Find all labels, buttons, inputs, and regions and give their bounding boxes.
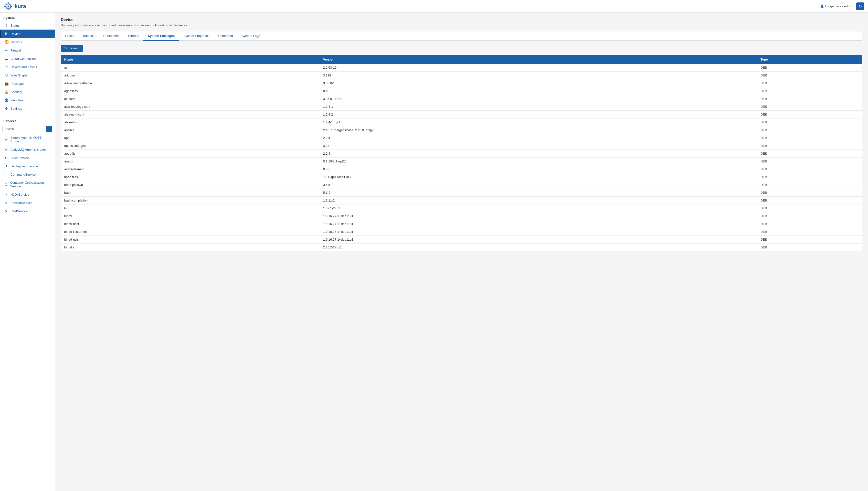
cell-name: adwaita-icon-theme [61, 79, 320, 87]
sidebar-item-security[interactable]: 🔒Security [0, 88, 55, 96]
tab-containers[interactable]: Containers [99, 31, 123, 41]
sidebar-service-container-orchestration[interactable]: ⊙Container Orchestration Service [0, 179, 55, 190]
cell-type: DEB [757, 236, 862, 243]
table-row: adduser3.118DEB [61, 71, 862, 79]
topbar: kura 👤 Logged in as admin ⚙ [0, 0, 868, 13]
clock-service-icon: ⊙ [4, 156, 8, 160]
sidebar-item-label: Wire Graph [10, 74, 27, 77]
tab-profile[interactable]: Profile [61, 31, 79, 41]
tab-system-packages[interactable]: System Packages [143, 31, 179, 41]
cell-type: DEB [757, 118, 862, 126]
cell-type: DEB [757, 150, 862, 157]
sidebar-item-device[interactable]: 🖥Device [0, 30, 55, 38]
cell-type: DEB [757, 220, 862, 228]
sidebar-service-position-service[interactable]: ➤PositionService [0, 199, 55, 207]
sidebar-item-network[interactable]: 📶Network [0, 38, 55, 46]
sidebar-service-simple-artemis-mqtt[interactable]: ≋Simple Artemis MQTT Broker [0, 134, 55, 145]
simple-artemis-mqtt-icon: ≋ [4, 138, 8, 141]
cell-name: alacarte [61, 95, 320, 103]
logo: kura [4, 2, 26, 11]
cell-name: alsa-ucm-conf [61, 111, 320, 118]
logo-text: kura [14, 3, 26, 9]
settings-icon: ⚙ [4, 107, 8, 110]
sidebar-item-label: Firewall [10, 49, 22, 52]
sidebar-item-settings[interactable]: ⚙Settings [0, 104, 55, 113]
sidebar-item-label: Network [10, 40, 22, 44]
cell-type: DEB [757, 71, 862, 79]
service-label: DeploymentService [10, 165, 38, 168]
sidebar-item-cloud-connections[interactable]: ☁Cloud Connections [0, 55, 55, 63]
cell-name: bind9-utils [61, 236, 320, 243]
firewall-icon: ✏ [4, 48, 8, 52]
sidebar-service-clock-service[interactable]: ⊙ClockService [0, 154, 55, 162]
tab-command[interactable]: Command [214, 31, 237, 41]
sidebar-service-deployment-service[interactable]: ⬇DeploymentService [0, 162, 55, 170]
sidebar-item-status[interactable]: !Status [0, 21, 55, 30]
table-row: bc1.07.1-2+b1DEB [61, 204, 862, 212]
topbar-right: 👤 Logged in as admin ⚙ [820, 2, 864, 10]
col-header-version: Version [320, 55, 757, 64]
cell-name: bind9-libs:armhf [61, 228, 320, 236]
sidebar-item-wire-graph[interactable]: ⬡Wire Graph [0, 71, 55, 79]
sidebar: System !Status🖥Device📶Network✏Firewall☁C… [0, 13, 55, 491]
sidebar-item-identities[interactable]: 👤Identities [0, 96, 55, 104]
cell-version: 0.10 [320, 87, 757, 95]
settings-gear-button[interactable]: ⚙ [856, 2, 864, 10]
sidebar-service-rest-service[interactable]: ➤RestService [0, 207, 55, 215]
system-section-title: System [0, 13, 55, 21]
sidebar-services-items: ≋Simple Artemis MQTT Broker≋ActiveMQ Art… [0, 134, 55, 215]
table-header: NameVersionType [61, 55, 862, 64]
security-icon: 🔒 [4, 90, 8, 94]
cell-version: 5.1-2 [320, 189, 757, 197]
table-row: apt2.2.4DEB [61, 134, 862, 142]
cell-name: base-files [61, 173, 320, 181]
cell-version: 3.24 [320, 142, 757, 150]
table-row: alsa-utils1.2.4-1+rpt1DEB [61, 118, 862, 126]
search-input[interactable] [2, 126, 44, 132]
cell-name: binutils [61, 243, 320, 251]
add-service-button[interactable]: + [46, 126, 52, 132]
sidebar-service-command-service[interactable]: >_CommandService [0, 170, 55, 179]
sidebar-service-activemq-artemis[interactable]: ≋ActiveMQ Artemis Broker [0, 145, 55, 154]
service-label: Container Orchestration Service [10, 181, 51, 188]
cell-type: DEB [757, 189, 862, 197]
table-body: acl2.2.53-10DEBadduser3.118DEBadwaita-ic… [61, 64, 862, 251]
page-title: Device [61, 18, 862, 22]
cell-version: 0.8-5 [320, 165, 757, 173]
sidebar-item-label: Settings [10, 107, 22, 110]
deployment-service-icon: ⬇ [4, 164, 8, 168]
cell-name: apt-listchanges [61, 142, 320, 150]
packages-icon: 💼 [4, 82, 8, 86]
cloud-connections-icon: ☁ [4, 57, 8, 61]
cell-name: acl [61, 64, 320, 71]
cell-version: 1.2.4-1 [320, 103, 757, 111]
service-label: CommandService [10, 173, 36, 176]
cell-name: alsa-topology-conf [61, 103, 320, 111]
cell-name: bind9 [61, 212, 320, 220]
cell-type: DEB [757, 157, 862, 165]
cell-version: 3.118 [320, 71, 757, 79]
table-row: bind9-utils1:9.16.27-1~deb11u1DEB [61, 236, 862, 243]
sidebar-item-firewall[interactable]: ✏Firewall [0, 46, 55, 55]
tab-system-logs[interactable]: System Logs [237, 31, 264, 41]
service-label: ClockService [10, 156, 29, 160]
refresh-button[interactable]: ↻ Refresh [61, 45, 83, 52]
table-row: alsa-topology-conf1.2.4-1DEB [61, 103, 862, 111]
cell-name: agnostics [61, 87, 320, 95]
cell-name: ansible [61, 126, 320, 134]
sidebar-item-drivers-assets[interactable]: 🗃Drivers and Assets [0, 63, 55, 71]
cell-name: bash [61, 189, 320, 197]
table-row: acl2.2.53-10DEB [61, 64, 862, 71]
sidebar-service-h2db-service[interactable]: ≡H2DbService [0, 190, 55, 199]
cell-type: DEB [757, 134, 862, 142]
tab-threads[interactable]: Threads [123, 31, 144, 41]
tab-bundles[interactable]: Bundles [79, 31, 99, 41]
service-label: Simple Artemis MQTT Broker [10, 136, 51, 143]
container-orchestration-icon: ⊙ [4, 182, 8, 186]
sidebar-item-packages[interactable]: 💼Packages [0, 79, 55, 88]
command-service-icon: >_ [4, 172, 8, 176]
refresh-icon: ↻ [64, 47, 67, 50]
cell-type: DEB [757, 126, 862, 134]
cell-version: 2.2.4 [320, 134, 757, 142]
tab-system-properties[interactable]: System Properties [179, 31, 214, 41]
